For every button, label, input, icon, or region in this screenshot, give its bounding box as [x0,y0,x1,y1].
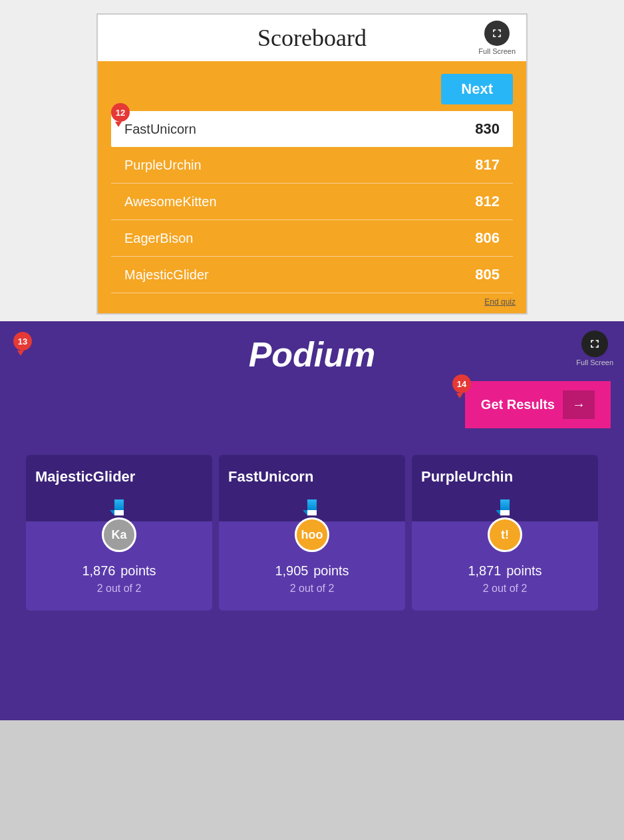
score-row-5: MajesticGlider 805 [111,257,513,293]
score-name-2: PurpleUrchin [124,158,202,173]
podium-cards: MajesticGlider Ka 1,876 points 2 out of … [0,442,624,611]
fullscreen-label-top: Full Screen [478,47,516,55]
badge-13: 13 [13,332,32,350]
fullscreen-button-top[interactable]: Full Screen [478,21,516,55]
podium-points-1: 1,876 points [82,559,156,580]
score-row-2: PurpleUrchin 817 [111,147,513,184]
badge-12: 12 [111,103,130,122]
medal-ribbon-2 [307,499,317,510]
podium-card-2: FastUnicorn hoo 1,905 points 2 out of 2 [219,455,405,611]
get-results-arrow-icon: → [563,390,595,419]
podium-card-score-2: hoo 1,905 points 2 out of 2 [219,521,405,611]
score-value-1: 830 [475,120,500,138]
fullscreen-label-podium: Full Screen [576,358,613,366]
medal-ribbon-3 [500,499,510,510]
next-button[interactable]: Next [441,74,513,104]
fullscreen-button-podium[interactable]: Full Screen [576,331,613,366]
scoreboard-header: Scoreboard Full Screen [98,15,526,63]
podium-out-of-2: 2 out of 2 [290,583,335,595]
score-row-3: AwesomeKitten 812 [111,184,513,220]
score-value-4: 806 [475,229,500,247]
get-results-button[interactable]: Get Results → [465,381,611,428]
expand-icon-podium [588,337,601,350]
podium-card-score-3: t! 1,871 points 2 out of 2 [412,521,598,611]
podium-avatar-3: t! [488,517,522,552]
expand-icon [490,27,504,40]
scoreboard-body: 12 Next FastUnicorn 830 PurpleUrchin 817… [98,63,526,313]
podium-out-of-1: 2 out of 2 [97,583,142,595]
score-value-5: 805 [475,266,500,283]
score-name-3: AwesomeKitten [124,194,217,210]
score-row-4: EagerBison 806 [111,220,513,257]
podium-header: 13 Podium Full Screen [0,321,624,381]
podium-card-1: MajesticGlider Ka 1,876 points 2 out of … [26,455,212,611]
podium-section: 13 Podium Full Screen 14 Get Results → M… [0,321,624,720]
scoreboard-list: FastUnicorn 830 PurpleUrchin 817 Awesome… [111,111,513,293]
podium-card-score-1: Ka 1,876 points 2 out of 2 [26,521,212,611]
score-row-1: FastUnicorn 830 [111,111,513,147]
get-results-row: 14 Get Results → [0,381,624,442]
score-name-5: MajesticGlider [124,267,209,283]
score-name-1: FastUnicorn [124,122,196,137]
get-results-label: Get Results [481,397,555,412]
podium-avatar-1: Ka [102,517,136,552]
fullscreen-icon-top [484,21,510,46]
podium-card-3: PurpleUrchin t! 1,871 points 2 out of 2 [412,455,598,611]
scoreboard-card: Scoreboard Full Screen 12 Next FastUnico… [96,13,528,315]
scoreboard-section: Scoreboard Full Screen 12 Next FastUnico… [0,0,624,321]
podium-out-of-3: 2 out of 2 [483,583,528,595]
score-value-2: 817 [475,156,500,174]
medal-ribbon-1 [114,499,124,510]
score-name-4: EagerBison [124,231,193,246]
badge-14: 14 [452,374,471,393]
podium-title: Podium [249,335,376,374]
end-quiz-link[interactable]: End quiz [484,297,516,307]
fullscreen-icon-podium [581,331,608,357]
podium-avatar-2: hoo [295,517,329,552]
score-value-3: 812 [475,193,500,210]
scoreboard-title: Scoreboard [257,24,367,52]
podium-points-3: 1,871 points [468,559,542,580]
podium-points-2: 1,905 points [275,559,349,580]
